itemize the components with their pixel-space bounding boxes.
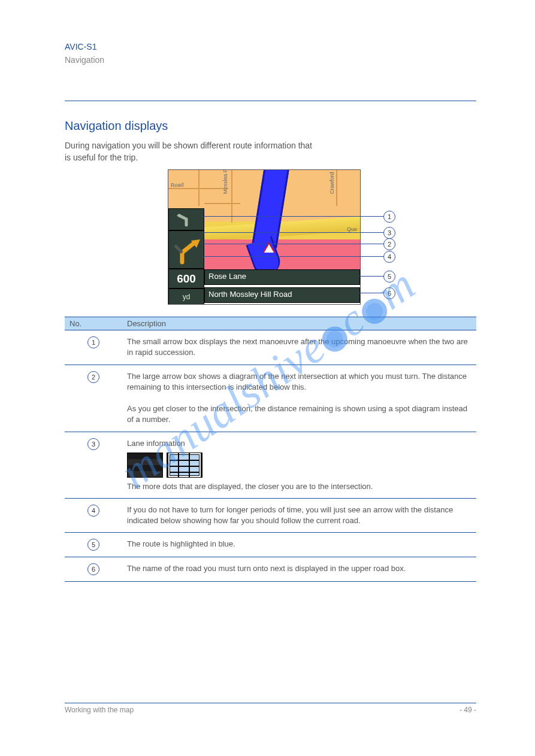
nav-screenshot: Road Mosslea Park Crawford Que 600 yd Ro… [168,169,361,305]
table-cell-desc: If you do not have to turn for longer pe… [122,498,476,532]
table-cell-desc: The large arrow box shows a diagram of t… [122,365,476,432]
callout-number: 1 [87,336,99,348]
header-product: AVIC-S1 [65,42,476,51]
table-cell-desc: The route is highlighted in blue. [122,533,476,557]
header-divider [65,101,476,101]
next-road-box: Rose Lane [204,269,360,285]
callout-number: 5 [87,539,99,551]
table-cell-desc: The small arrow box displays the next ma… [122,330,476,365]
callout-number: 6 [87,563,99,575]
callout-1: 1 [383,211,395,223]
callout-number: 2 [87,371,99,383]
lane-info-lead: Lane information [127,439,185,448]
next-manoeuvre-icon [168,230,204,269]
callout-leader [359,293,383,293]
callout-leader [359,276,383,277]
distance-value: 600 [168,269,204,289]
section-title: Navigation displays [65,119,476,133]
callout-number: 4 [87,505,99,517]
table-cell-desc: The name of the road you must turn onto … [122,557,476,582]
map-label: Que [347,226,357,232]
next-next-manoeuvre-icon [168,208,204,230]
footer-page-number: - 49 - [460,706,476,714]
callout-5: 5 [383,271,395,283]
table-head-no: No. [65,317,122,330]
lane-open-icon [167,453,202,478]
callout-6: 6 [383,287,395,299]
table-cell-desc: Lane information The more dots that are … [122,432,476,498]
callout-leader [204,216,383,217]
table-row: 6 The name of the road you must turn ont… [65,557,476,582]
nav-figure: Road Mosslea Park Crawford Que 600 yd Ro… [168,169,401,305]
map-label: Mosslea Park [222,169,228,194]
table-row: 1 The small arrow box displays the next … [65,330,476,365]
callout-2: 2 [383,238,395,250]
current-road-box: North Mossley Hill Road [204,287,360,303]
callout-description-table: No. Description 1 The small arrow box di… [65,317,476,582]
callout-leader [204,232,383,233]
callout-3: 3 [383,227,395,239]
section-intro: During navigation you will be shown diff… [65,140,316,163]
map-label: Crawford [329,172,335,195]
callout-leader [204,244,383,244]
lane-info-after: The more dots that are displayed, the cl… [127,482,373,491]
distance-unit: yd [168,289,204,305]
callout-leader [204,256,383,257]
lane-closed-icon [127,453,163,478]
footer-section: Working with the map [65,706,134,714]
page-footer: Working with the map - 49 - [65,703,476,714]
table-row: 5 The route is highlighted in blue. [65,533,476,557]
header-page: Navigation [65,55,476,65]
callout-number: 3 [87,438,99,450]
map-label: Road [171,181,184,188]
callout-4: 4 [383,251,395,263]
table-row: 2 The large arrow box shows a diagram of… [65,365,476,432]
table-row: 4 If you do not have to turn for longer … [65,498,476,532]
table-head-desc: Description [122,317,476,330]
table-row: 3 Lane information The more dots that ar… [65,432,476,498]
